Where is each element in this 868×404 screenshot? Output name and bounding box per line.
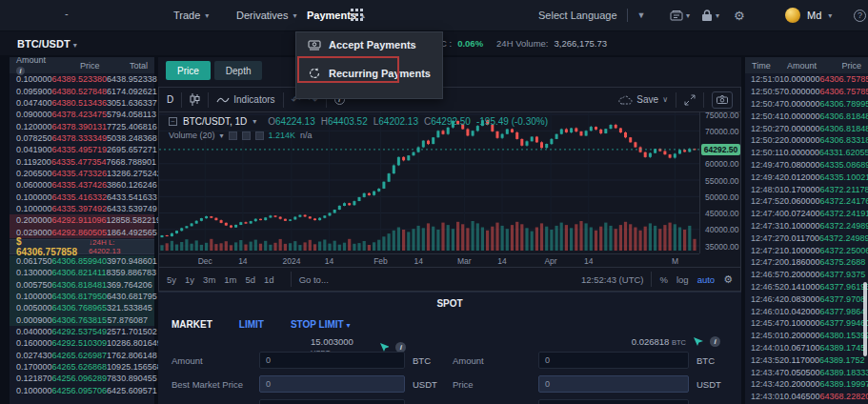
chevron-down-icon: ▾: [73, 41, 77, 50]
sell-price-input[interactable]: [538, 375, 689, 393]
apps-grid-icon[interactable]: [351, 9, 363, 21]
spot-title: SPOT: [158, 298, 741, 309]
time-axis[interactable]: Dec14202414Feb14Mar14Apr14M: [159, 253, 699, 267]
asks-list: 0.10000064389.5233806438.9523380.0959006…: [10, 73, 154, 238]
user-menu[interactable]: Md ▾: [785, 0, 832, 30]
orderbook-bid-row[interactable]: 0.00090064306.76381557.876087: [10, 314, 154, 326]
eye-icon[interactable]: [229, 131, 237, 140]
nav-derivatives[interactable]: Derivatives▾: [236, 0, 296, 30]
orderbook-bid-row[interactable]: 0.10000064256.0957066425.609571: [10, 385, 154, 396]
orderbook-ask-row[interactable]: 0.11920064335.4773547668.788901: [10, 155, 154, 167]
range-1y[interactable]: 1y: [185, 274, 194, 285]
indicators-button[interactable]: Indicators: [216, 94, 274, 105]
orders-menu[interactable]: ▾: [670, 0, 690, 30]
axis-settings-gear-icon[interactable]: ⚙: [723, 273, 733, 286]
help-button[interactable]: ?: [854, 0, 866, 30]
range-1m[interactable]: 1m: [224, 274, 236, 285]
trade-row: 12:43:470.05050064389.183330: [745, 366, 868, 378]
range-3m[interactable]: 3m: [203, 274, 215, 285]
orderbook-bid-row[interactable]: 0.02743064265.6269871762.806148: [10, 350, 154, 361]
orderbook-ask-row[interactable]: 0.09590064380.5278486174.092621: [10, 85, 154, 96]
range-5d[interactable]: 5d: [246, 274, 256, 285]
nav-trade[interactable]: Trade▾: [173, 0, 209, 30]
clock[interactable]: 12:52:43 (UTC): [581, 274, 643, 285]
language-selector[interactable]: Select Language ▼: [538, 0, 646, 30]
time-tick: 14: [497, 256, 506, 266]
menu-item-recurring-payments[interactable]: Recurring Payments: [296, 57, 442, 90]
trade-row: 12:44:010.06710064389.1745: [745, 342, 868, 354]
orderbook-ask-row[interactable]: 0.20650064335.47332613286.275242: [10, 168, 154, 179]
volume-value: 3,266,175.73: [554, 38, 606, 49]
field-label: Best Market Price: [172, 379, 259, 390]
close-icon[interactable]: [255, 131, 264, 140]
trades-header: Time Amount Price: [745, 57, 868, 73]
info-icon[interactable]: i: [710, 336, 720, 347]
goto-button[interactable]: Go to...: [299, 274, 329, 285]
orderbook-bid-row[interactable]: 0.00575064306.818481369.764206: [10, 279, 154, 291]
settings-gear-icon[interactable]: ⚙: [734, 0, 745, 30]
trade-row: 12:43:520.11700064389.1752: [745, 354, 868, 366]
sell-price-row: Price USDT: [453, 375, 738, 393]
candlestick-icon: [190, 93, 200, 106]
orderbook-ask-row[interactable]: 0.06000064335.4374263860.126246: [10, 179, 154, 191]
security-menu[interactable]: ▾: [701, 0, 719, 30]
chevron-down-icon: ▼: [637, 10, 646, 20]
save-layout-button[interactable]: Save ∨: [618, 94, 668, 105]
field-unit: BTC: [413, 355, 431, 366]
fullscreen-icon[interactable]: [684, 94, 696, 106]
orderbook-ask-row[interactable]: 0.09000064378.4234755794.058113: [10, 109, 154, 120]
auto-scale-button[interactable]: auto: [697, 274, 716, 285]
info-icon[interactable]: i: [395, 342, 406, 353]
orderbook-ask-row[interactable]: 0.04740064380.5134363051.636337: [10, 97, 154, 109]
candle-style-button[interactable]: [190, 93, 200, 106]
orderbook-bid-row[interactable]: 0.12187064256.0962897830.890455: [10, 373, 154, 384]
app-window: - Trade▾ Derivatives▾ Payments▴ Select L…: [0, 0, 868, 404]
buy-best-price-input[interactable]: [259, 375, 405, 393]
orderbook-ask-row[interactable]: 0.10000064335.3974926433.539749: [10, 203, 154, 214]
buy-total-input[interactable]: [259, 399, 405, 404]
buy-amount-input[interactable]: [259, 352, 405, 369]
orderbook-bid-row[interactable]: 0.04000064292.5375492571.701502: [10, 326, 154, 337]
pair-selector[interactable]: BTC/USDT ▾: [17, 38, 77, 50]
tab-depth[interactable]: Depth: [214, 61, 263, 80]
orderbook-bid-row[interactable]: 0.00500064306.768965321.533845: [10, 302, 154, 313]
sell-balance: 0.026818 BTC i: [606, 336, 720, 347]
divider: [676, 92, 676, 108]
orderbook-ask-row[interactable]: 0.10000064335.4163326433.541633: [10, 191, 154, 202]
sell-amount-input[interactable]: [538, 352, 689, 369]
orderbook-ask-row[interactable]: 0.20000064292.91109612858.582219: [10, 214, 154, 226]
tab-price[interactable]: Price: [166, 61, 211, 80]
legend-symbol[interactable]: BTC/USDT, 1D: [183, 116, 247, 127]
range-5y[interactable]: 5y: [167, 274, 176, 285]
screenshot-button[interactable]: [712, 91, 733, 109]
sell-total-input[interactable]: [538, 399, 689, 404]
orderbook-bid-row[interactable]: 0.17000064265.62686810925.156568: [10, 361, 154, 373]
interval-button[interactable]: D: [167, 94, 173, 105]
tab-limit[interactable]: LIMIT: [239, 319, 264, 330]
orderbook-ask-row[interactable]: 0.12000064378.3901317725.406816: [10, 120, 154, 131]
settings-icon[interactable]: [242, 131, 251, 140]
price-tick: 75000.00: [705, 111, 738, 120]
tab-market[interactable]: MARKET: [172, 319, 212, 330]
recurring-payments-icon: [308, 67, 321, 80]
orderbook-ask-row[interactable]: 0.07825064378.3333495038.248368: [10, 132, 154, 144]
range-1d[interactable]: 1d: [264, 274, 274, 285]
orderbook-ask-row[interactable]: 0.04190064335.4957192695.657271: [10, 144, 154, 155]
collapse-icon[interactable]: −: [169, 117, 177, 126]
volume-legend-label[interactable]: Volume (20): [169, 131, 215, 140]
orderbook-bid-row[interactable]: 0.16000064292.51030910286.801649: [10, 337, 154, 349]
price-axis[interactable]: 75000.0070000.0060000.0055000.0050000.00…: [699, 112, 741, 253]
tab-stop-limit[interactable]: STOP LIMIT ▾: [291, 319, 351, 330]
trades-header-amount: Amount: [782, 61, 817, 71]
orderbook-bid-row[interactable]: 0.10000064306.8179506430.681795: [10, 291, 154, 302]
log-scale-button[interactable]: log: [676, 274, 689, 285]
orderbook-ask-row[interactable]: 0.10000064389.5233806438.952338: [10, 73, 154, 85]
field-label: Amount: [453, 355, 538, 366]
orderbook-bid-row[interactable]: 0.13000064306.8214118359.886783: [10, 267, 154, 278]
field-label: Amount: [172, 355, 259, 366]
orderbook-bid-row[interactable]: 0.06175064306.8599403970.948601: [10, 255, 154, 267]
trades-scrollbar-thumb[interactable]: [863, 282, 867, 356]
percent-scale-button[interactable]: %: [659, 274, 667, 285]
buy-amount-row: Amount BTC: [172, 352, 457, 369]
menu-item-accept-payments[interactable]: Accept Payments: [296, 32, 442, 57]
